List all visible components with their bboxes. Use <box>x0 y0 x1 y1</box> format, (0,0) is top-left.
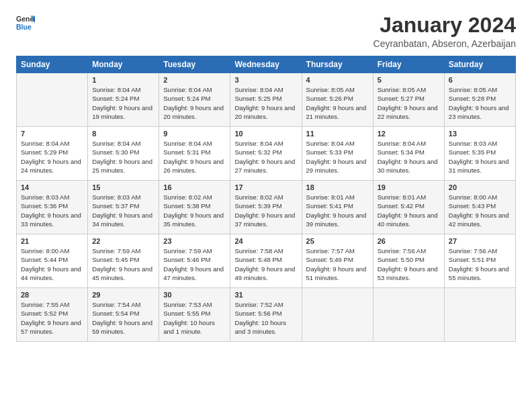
svg-text:Blue: Blue <box>16 23 32 31</box>
day-info: Sunrise: 8:02 AM Sunset: 5:39 PM Dayligh… <box>234 193 297 228</box>
day-info: Sunrise: 7:59 AM Sunset: 5:45 PM Dayligh… <box>92 246 154 282</box>
sunrise: Sunrise: 7:57 AM <box>306 247 355 255</box>
sunset: Sunset: 5:27 PM <box>378 95 425 102</box>
sunset: Sunset: 5:51 PM <box>449 256 496 263</box>
calendar-week-3: 14 Sunrise: 8:03 AM Sunset: 5:36 PM Dayl… <box>17 181 516 234</box>
day-number: 19 <box>378 183 440 191</box>
day-number: 15 <box>92 183 154 191</box>
daylight: Daylight: 9 hours and 22 minutes. <box>378 104 438 120</box>
sunset: Sunset: 5:44 PM <box>21 256 68 263</box>
day-number: 10 <box>234 130 297 138</box>
day-info: Sunrise: 8:01 AM Sunset: 5:42 PM Dayligh… <box>378 193 440 228</box>
calendar-cell: 18 Sunrise: 8:01 AM Sunset: 5:41 PM Dayl… <box>302 181 373 234</box>
weekday-row: Sunday Monday Tuesday Wednesday Thursday… <box>17 56 516 73</box>
day-info: Sunrise: 8:04 AM Sunset: 5:24 PM Dayligh… <box>92 85 154 121</box>
daylight: Daylight: 9 hours and 23 minutes. <box>449 104 509 120</box>
title-block: January 2024 Ceyranbatan, Abseron, Azerb… <box>373 13 516 49</box>
day-number: 3 <box>234 76 297 84</box>
sunrise: Sunrise: 8:04 AM <box>378 140 426 147</box>
sunset: Sunset: 5:32 PM <box>234 148 281 156</box>
sunrise: Sunrise: 8:04 AM <box>92 86 140 93</box>
calendar-cell: 4 Sunrise: 8:05 AM Sunset: 5:26 PM Dayli… <box>302 73 373 127</box>
day-info: Sunrise: 7:56 AM Sunset: 5:51 PM Dayligh… <box>449 246 511 282</box>
sunrise: Sunrise: 7:55 AM <box>21 301 69 308</box>
weekday-sunday: Sunday <box>17 56 88 73</box>
calendar-cell <box>373 288 444 342</box>
calendar-cell: 27 Sunrise: 7:56 AM Sunset: 5:51 PM Dayl… <box>444 234 515 288</box>
sunset: Sunset: 5:25 PM <box>234 95 281 102</box>
daylight: Daylight: 9 hours and 20 minutes. <box>163 104 224 120</box>
day-number: 22 <box>92 237 154 245</box>
daylight: Daylight: 9 hours and 44 minutes. <box>21 265 81 281</box>
daylight: Daylight: 9 hours and 19 minutes. <box>92 104 152 120</box>
day-number: 30 <box>163 291 226 299</box>
daylight: Daylight: 9 hours and 57 minutes. <box>21 319 81 335</box>
sunset: Sunset: 5:33 PM <box>306 148 353 156</box>
daylight: Daylight: 10 hours and 1 minute. <box>163 319 215 335</box>
daylight: Daylight: 9 hours and 34 minutes. <box>92 212 152 228</box>
sunrise: Sunrise: 8:04 AM <box>306 140 355 147</box>
day-number: 23 <box>163 237 226 245</box>
day-number: 9 <box>163 130 226 138</box>
sunrise: Sunrise: 8:05 AM <box>306 86 355 93</box>
daylight: Daylight: 9 hours and 39 minutes. <box>306 212 367 228</box>
day-number: 31 <box>234 291 297 299</box>
day-info: Sunrise: 8:04 AM Sunset: 5:31 PM Dayligh… <box>163 139 226 175</box>
sunset: Sunset: 5:26 PM <box>306 95 353 102</box>
day-info: Sunrise: 8:03 AM Sunset: 5:37 PM Dayligh… <box>92 193 154 228</box>
calendar-cell: 12 Sunrise: 8:04 AM Sunset: 5:34 PM Dayl… <box>373 127 444 181</box>
day-number: 26 <box>378 237 440 245</box>
weekday-thursday: Thursday <box>302 56 373 73</box>
sunset: Sunset: 5:43 PM <box>449 202 496 210</box>
day-info: Sunrise: 8:04 AM Sunset: 5:29 PM Dayligh… <box>21 139 83 175</box>
calendar-title: January 2024 <box>373 13 516 37</box>
sunset: Sunset: 5:31 PM <box>163 148 210 156</box>
sunrise: Sunrise: 8:05 AM <box>449 86 497 93</box>
daylight: Daylight: 9 hours and 24 minutes. <box>21 158 81 174</box>
calendar-header: Sunday Monday Tuesday Wednesday Thursday… <box>17 56 516 73</box>
day-info: Sunrise: 7:56 AM Sunset: 5:50 PM Dayligh… <box>378 246 440 282</box>
calendar-page: General Blue January 2024 Ceyranbatan, A… <box>0 0 532 411</box>
day-number: 4 <box>306 76 369 84</box>
day-info: Sunrise: 8:03 AM Sunset: 5:35 PM Dayligh… <box>449 139 511 175</box>
calendar-cell: 21 Sunrise: 8:00 AM Sunset: 5:44 PM Dayl… <box>17 234 88 288</box>
calendar-cell: 19 Sunrise: 8:01 AM Sunset: 5:42 PM Dayl… <box>373 181 444 234</box>
sunset: Sunset: 5:41 PM <box>306 202 353 210</box>
day-info: Sunrise: 8:04 AM Sunset: 5:30 PM Dayligh… <box>92 139 154 175</box>
day-info: Sunrise: 8:04 AM Sunset: 5:32 PM Dayligh… <box>234 139 297 175</box>
sunset: Sunset: 5:29 PM <box>21 148 68 156</box>
calendar-cell: 17 Sunrise: 8:02 AM Sunset: 5:39 PM Dayl… <box>230 181 302 234</box>
day-number: 17 <box>234 183 297 191</box>
daylight: Daylight: 10 hours and 3 minutes. <box>234 319 286 335</box>
sunset: Sunset: 5:24 PM <box>92 95 139 102</box>
daylight: Daylight: 9 hours and 31 minutes. <box>449 158 509 174</box>
day-info: Sunrise: 8:04 AM Sunset: 5:33 PM Dayligh… <box>306 139 369 175</box>
calendar-cell: 13 Sunrise: 8:03 AM Sunset: 5:35 PM Dayl… <box>444 127 515 181</box>
daylight: Daylight: 9 hours and 45 minutes. <box>92 265 152 281</box>
calendar-cell: 10 Sunrise: 8:04 AM Sunset: 5:32 PM Dayl… <box>230 127 302 181</box>
day-info: Sunrise: 7:59 AM Sunset: 5:46 PM Dayligh… <box>163 246 226 282</box>
daylight: Daylight: 9 hours and 59 minutes. <box>92 319 152 335</box>
daylight: Daylight: 9 hours and 47 minutes. <box>163 265 224 281</box>
sunset: Sunset: 5:52 PM <box>21 310 68 317</box>
daylight: Daylight: 9 hours and 30 minutes. <box>378 158 438 174</box>
sunrise: Sunrise: 8:04 AM <box>21 140 69 147</box>
day-info: Sunrise: 8:04 AM Sunset: 5:34 PM Dayligh… <box>378 139 440 175</box>
daylight: Daylight: 9 hours and 33 minutes. <box>21 212 81 228</box>
weekday-friday: Friday <box>373 56 444 73</box>
calendar-cell: 26 Sunrise: 7:56 AM Sunset: 5:50 PM Dayl… <box>373 234 444 288</box>
sunset: Sunset: 5:28 PM <box>449 95 496 102</box>
calendar-cell: 7 Sunrise: 8:04 AM Sunset: 5:29 PM Dayli… <box>17 127 88 181</box>
day-number: 2 <box>163 76 226 84</box>
sunrise: Sunrise: 8:01 AM <box>306 193 355 201</box>
sunrise: Sunrise: 7:52 AM <box>234 301 283 308</box>
calendar-cell: 16 Sunrise: 8:02 AM Sunset: 5:38 PM Dayl… <box>159 181 230 234</box>
sunset: Sunset: 5:54 PM <box>92 310 139 317</box>
sunrise: Sunrise: 8:03 AM <box>21 193 69 201</box>
calendar-cell: 30 Sunrise: 7:53 AM Sunset: 5:55 PM Dayl… <box>159 288 230 342</box>
day-info: Sunrise: 7:58 AM Sunset: 5:48 PM Dayligh… <box>234 246 297 282</box>
day-number: 29 <box>92 291 154 299</box>
sunrise: Sunrise: 7:56 AM <box>449 247 497 255</box>
sunset: Sunset: 5:35 PM <box>449 148 496 156</box>
daylight: Daylight: 9 hours and 42 minutes. <box>449 212 509 228</box>
